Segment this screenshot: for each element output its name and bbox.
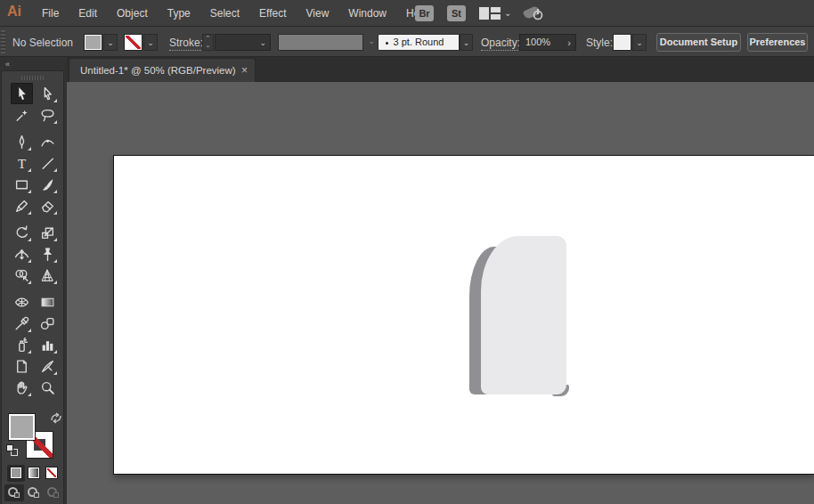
left-dock: « T <box>0 57 67 504</box>
scale-tool[interactable] <box>37 222 59 243</box>
control-bar: No Selection ⌄ ⌄ Stroke: ⌃⌄ ⌄ ⌄ 3 pt. Ro… <box>0 27 814 57</box>
menu-view[interactable]: View <box>297 0 339 26</box>
pencil-tool[interactable] <box>11 195 33 216</box>
tab-bar: Untitled-1* @ 50% (RGB/Preview) × <box>67 57 814 82</box>
flyout-triangle-icon <box>53 99 57 102</box>
canvas[interactable] <box>67 82 814 504</box>
flyout-triangle-icon <box>28 259 31 263</box>
selection-status: No Selection <box>12 37 73 49</box>
flyout-triangle-icon <box>53 211 57 215</box>
stock-button[interactable]: St <box>447 5 466 21</box>
mesh-tool[interactable] <box>11 291 33 313</box>
preferences-button[interactable]: Preferences <box>747 33 808 52</box>
stroke-label[interactable]: Stroke: <box>169 37 203 51</box>
menu-select[interactable]: Select <box>200 0 249 26</box>
hand-tool[interactable] <box>11 377 33 398</box>
stroke-chevron-down-icon[interactable]: ⌄ <box>143 34 158 51</box>
brush-chevron-down-icon[interactable]: ⌄ <box>460 34 473 51</box>
artboard-icon <box>14 359 29 374</box>
rectangle-tool[interactable] <box>11 174 33 195</box>
gradient-icon <box>40 295 55 310</box>
menu-window[interactable]: Window <box>338 0 396 26</box>
document-setup-button[interactable]: Document Setup <box>656 33 741 52</box>
brush-dot-icon <box>386 42 388 45</box>
zoom-tool[interactable] <box>37 377 59 398</box>
selection-tool[interactable] <box>11 83 33 104</box>
column-graph-tool[interactable] <box>37 334 59 355</box>
zoom-icon <box>40 380 55 395</box>
stroke-weight-select[interactable]: ⌄ <box>215 34 271 51</box>
artboard-tool[interactable] <box>11 355 33 377</box>
artboard[interactable] <box>113 155 814 475</box>
stroke-color-swatch[interactable] <box>124 34 142 51</box>
document-tab-title: Untitled-1* @ 50% (RGB/Preview) <box>80 65 236 76</box>
flyout-triangle-icon <box>53 280 57 284</box>
gradient-tool[interactable] <box>37 291 59 313</box>
shape-builder-tool[interactable] <box>11 264 33 286</box>
opacity-field[interactable]: 100% › <box>519 34 576 51</box>
flyout-triangle-icon <box>28 147 31 150</box>
flyout-triangle-icon <box>53 238 57 241</box>
eyedropper-tool[interactable] <box>11 313 33 334</box>
control-bar-grip[interactable] <box>1 30 5 53</box>
flyout-triangle-icon <box>53 259 57 263</box>
slice-tool[interactable] <box>37 355 59 377</box>
style-swatch[interactable] <box>613 34 631 51</box>
flyout-triangle-icon <box>53 190 57 193</box>
lasso-tool[interactable] <box>37 104 59 126</box>
width-tool[interactable] <box>11 243 33 264</box>
draw-behind-mode[interactable] <box>24 484 44 501</box>
puppet-warp-tool[interactable] <box>37 243 59 264</box>
menu-file[interactable]: File <box>32 0 69 26</box>
bridge-button[interactable]: Br <box>415 5 434 21</box>
line-segment-tool[interactable] <box>37 152 59 174</box>
magic-wand-icon <box>14 108 29 123</box>
fill-color-swatch[interactable] <box>84 34 102 51</box>
eraser-tool[interactable] <box>37 195 59 216</box>
mesh-icon <box>14 295 29 310</box>
blend-tool[interactable] <box>37 313 59 334</box>
workspace-chevron-down-icon[interactable]: ⌄ <box>504 8 511 18</box>
swap-fill-stroke-icon[interactable] <box>50 412 62 424</box>
default-fill-stroke-icon[interactable] <box>6 444 19 457</box>
tools-panel: T <box>1 70 64 504</box>
shape-light-page[interactable] <box>481 236 566 394</box>
document-area: Untitled-1* @ 50% (RGB/Preview) × <box>67 57 814 504</box>
cs-live-power-icon[interactable] <box>524 5 545 21</box>
gradient-button[interactable] <box>25 465 43 482</box>
draw-normal-mode[interactable] <box>4 484 24 501</box>
paintbrush-tool[interactable] <box>37 174 59 195</box>
tab-close-icon[interactable]: × <box>241 64 248 77</box>
stroke-weight-stepper[interactable]: ⌃⌄ <box>202 34 214 51</box>
opacity-arrow-icon[interactable]: › <box>567 36 571 51</box>
none-button[interactable] <box>43 465 61 482</box>
flyout-triangle-icon <box>53 350 57 354</box>
fill-swatch[interactable] <box>8 413 36 441</box>
style-label: Style: <box>586 37 613 49</box>
direct-selection-tool[interactable] <box>37 83 59 104</box>
style-chevron-down-icon[interactable]: ⌄ <box>632 34 647 51</box>
flyout-triangle-icon <box>28 168 31 172</box>
document-tab[interactable]: Untitled-1* @ 50% (RGB/Preview) × <box>69 58 256 82</box>
menu-effect[interactable]: Effect <box>249 0 296 26</box>
flyout-triangle-icon <box>28 238 31 241</box>
color-button[interactable] <box>7 465 25 482</box>
collapse-panel-icon[interactable]: « <box>5 60 9 69</box>
perspective-grid-tool[interactable] <box>37 264 59 286</box>
menu-type[interactable]: Type <box>158 0 200 26</box>
curvature-tool[interactable] <box>37 131 59 152</box>
fill-stroke-widget <box>5 412 62 462</box>
symbol-sprayer-tool[interactable] <box>11 334 33 355</box>
workspace-layout-icon[interactable] <box>479 7 501 20</box>
magic-wand-tool[interactable] <box>11 104 33 126</box>
rotate-tool[interactable] <box>11 222 33 243</box>
menu-object[interactable]: Object <box>107 0 158 26</box>
opacity-label[interactable]: Opacity: <box>481 37 520 51</box>
flyout-triangle-icon <box>28 280 31 284</box>
pen-tool[interactable] <box>11 131 33 152</box>
tools-panel-grip[interactable] <box>21 76 45 80</box>
fill-chevron-down-icon[interactable]: ⌄ <box>103 34 118 51</box>
menu-edit[interactable]: Edit <box>69 0 107 26</box>
brush-select[interactable]: 3 pt. Round <box>378 34 460 51</box>
type-tool[interactable]: T <box>11 152 33 174</box>
